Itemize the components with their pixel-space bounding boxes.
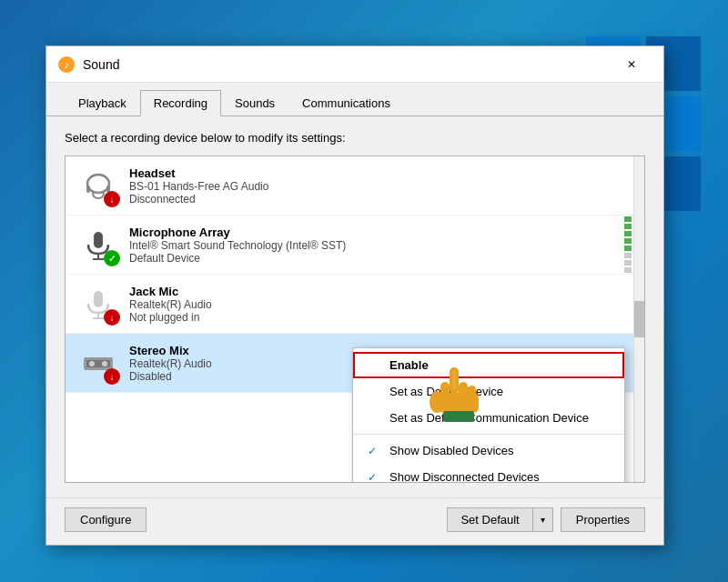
svg-point-13 xyxy=(89,361,95,366)
jack-mic-status-badge: ↓ xyxy=(104,309,120,326)
tab-communications[interactable]: Communications xyxy=(288,90,404,116)
sound-dialog: ♪ Sound ✕ Playback Recording Sounds Comm… xyxy=(46,45,664,546)
tab-bar: Playback Recording Sounds Communications xyxy=(46,83,663,116)
device-headset[interactable]: ↓ Headset BS-01 Hands-Free AG Audio Disc… xyxy=(66,156,644,216)
meter-bar xyxy=(624,260,632,266)
mic-array-device-icon: ✓ xyxy=(78,225,118,265)
context-menu-show-disabled[interactable]: ✓ Show Disabled Devices xyxy=(353,437,624,464)
mic-array-name: Microphone Array xyxy=(129,226,632,239)
mic-array-desc: Intel® Smart Sound Technology (Intel® SS… xyxy=(129,239,632,252)
dialog-footer: Configure Set Default ▾ Properties xyxy=(46,497,663,545)
device-jack-mic[interactable]: ↓ Jack Mic Realtek(R) Audio Not plugged … xyxy=(66,275,644,334)
headset-info: Headset BS-01 Hands-Free AG Audio Discon… xyxy=(129,166,632,206)
context-menu-set-default-comm[interactable]: Set as Default Communication Device xyxy=(353,405,624,431)
stereo-mix-status-badge: ↓ xyxy=(104,368,120,385)
tab-playback[interactable]: Playback xyxy=(65,90,140,116)
headset-status: Disconnected xyxy=(129,193,632,206)
headset-device-icon: ↓ xyxy=(78,166,118,206)
meter-bar xyxy=(624,224,632,229)
svg-text:♪: ♪ xyxy=(64,59,69,70)
svg-point-14 xyxy=(102,361,107,366)
meter-bar xyxy=(624,253,632,258)
meter-bar xyxy=(624,231,632,236)
context-menu-enable[interactable]: Enable xyxy=(353,352,624,378)
close-button[interactable]: ✕ xyxy=(611,50,652,79)
jack-mic-device-icon: ↓ xyxy=(78,284,118,324)
mic-array-info: Microphone Array Intel® Smart Sound Tech… xyxy=(129,226,632,265)
headset-status-badge: ↓ xyxy=(104,191,120,207)
device-microphone-array[interactable]: ✓ Microphone Array Intel® Smart Sound Te… xyxy=(66,216,644,275)
svg-rect-5 xyxy=(94,232,103,248)
headset-name: Headset xyxy=(129,166,632,180)
mic-array-status-badge: ✓ xyxy=(104,250,120,266)
properties-button[interactable]: Properties xyxy=(561,507,645,532)
footer-left: Configure xyxy=(65,507,147,532)
set-default-split-button[interactable]: Set Default ▾ xyxy=(447,507,552,532)
svg-rect-8 xyxy=(94,291,103,307)
dialog-body: Select a recording device below to modif… xyxy=(46,116,663,497)
sound-icon-svg: ♪ xyxy=(57,55,76,74)
level-meter xyxy=(624,216,632,273)
svg-point-2 xyxy=(87,175,109,193)
mic-array-status: Default Device xyxy=(129,252,632,265)
menu-separator-1 xyxy=(353,434,624,435)
device-list[interactable]: ↓ Headset BS-01 Hands-Free AG Audio Disc… xyxy=(65,156,645,483)
title-left: ♪ Sound xyxy=(57,55,119,74)
context-menu-set-default[interactable]: Set as Default Device xyxy=(353,378,624,405)
context-menu: Enable Set as Default Device Set as Defa… xyxy=(352,347,625,483)
sound-icon: ♪ xyxy=(57,55,76,74)
set-default-main-button[interactable]: Set Default xyxy=(448,508,532,531)
configure-button[interactable]: Configure xyxy=(65,507,147,532)
show-disconnected-check: ✓ xyxy=(368,471,382,484)
scrollbar-thumb[interactable] xyxy=(634,301,644,337)
headset-desc: BS-01 Hands-Free AG Audio xyxy=(129,180,632,193)
stereo-mix-device-icon: ↓ xyxy=(78,343,118,383)
meter-bar xyxy=(624,216,632,222)
scrollbar[interactable] xyxy=(633,156,644,482)
tab-recording[interactable]: Recording xyxy=(140,90,221,116)
jack-mic-desc: Realtek(R) Audio xyxy=(129,298,632,311)
svg-rect-3 xyxy=(86,186,90,193)
show-disabled-check: ✓ xyxy=(368,445,382,457)
context-menu-show-disconnected[interactable]: ✓ Show Disconnected Devices xyxy=(353,464,624,483)
meter-bar xyxy=(624,246,632,251)
jack-mic-status: Not plugged in xyxy=(129,311,632,324)
jack-mic-name: Jack Mic xyxy=(129,285,632,298)
footer-right: Set Default ▾ Properties xyxy=(447,507,645,532)
dialog-title: Sound xyxy=(83,57,119,72)
title-bar: ♪ Sound ✕ xyxy=(46,46,663,83)
jack-mic-info: Jack Mic Realtek(R) Audio Not plugged in xyxy=(129,285,632,324)
meter-bar xyxy=(624,238,632,244)
tab-sounds[interactable]: Sounds xyxy=(221,90,288,116)
set-default-arrow-button[interactable]: ▾ xyxy=(533,508,552,531)
meter-bar xyxy=(624,267,632,273)
instruction-text: Select a recording device below to modif… xyxy=(65,131,645,145)
